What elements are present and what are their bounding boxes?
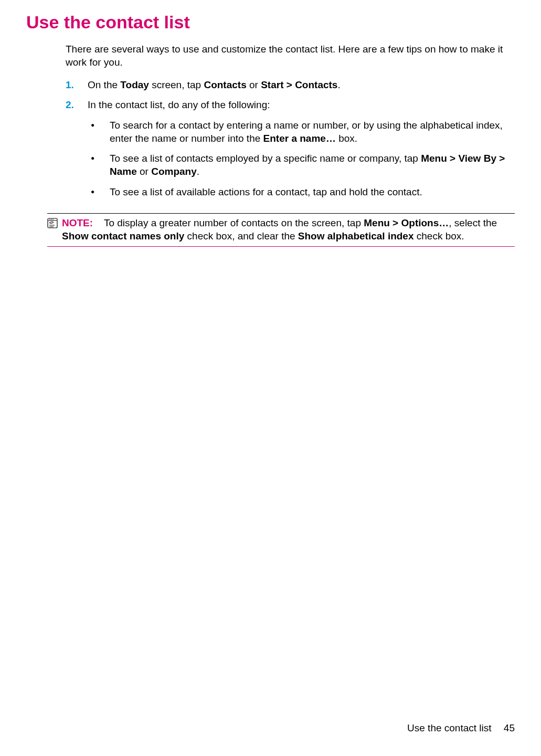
footer-page-number: 45 xyxy=(504,722,515,733)
bullet-marker: ● xyxy=(88,119,110,145)
step-item: 1.On the Today screen, tap Contacts or S… xyxy=(66,79,515,92)
text-run: To see a list of contacts employed by a … xyxy=(110,153,421,164)
text-run: box. xyxy=(336,133,357,144)
bullet-text: To see a list of available actions for a… xyxy=(110,186,515,199)
svg-point-1 xyxy=(49,219,50,220)
note-label: NOTE: xyxy=(62,217,93,228)
note-text: To display a greater number of contacts … xyxy=(62,217,497,242)
step-text: In the contact list, do any of the follo… xyxy=(88,99,515,112)
page-heading: Use the contact list xyxy=(26,10,515,34)
bullet-marker: ● xyxy=(88,152,110,178)
bullet-text: To see a list of contacts employed by a … xyxy=(110,152,515,178)
text-run: In the contact list, do any of the follo… xyxy=(88,99,270,110)
text-run: . xyxy=(197,166,199,177)
svg-point-2 xyxy=(51,219,52,220)
text-run: screen, tap xyxy=(149,79,204,90)
text-run: On the xyxy=(88,79,120,90)
step-marker: 2. xyxy=(66,99,88,206)
intro-paragraph: There are several ways to use and custom… xyxy=(66,43,515,69)
step-body: On the Today screen, tap Contacts or Sta… xyxy=(88,79,515,92)
page-footer: Use the contact list 45 xyxy=(407,722,515,735)
text-run: check box. xyxy=(414,230,464,242)
text-run: To see a list of available actions for a… xyxy=(110,186,422,197)
text-run: To display a greater number of contacts … xyxy=(104,217,364,228)
step-item: 2.In the contact list, do any of the fol… xyxy=(66,99,515,206)
bullet-item: ●To search for a contact by entering a n… xyxy=(88,119,515,145)
svg-point-3 xyxy=(52,219,54,220)
bold-text: Menu > Options… xyxy=(364,217,449,228)
footer-title: Use the contact list xyxy=(407,722,492,733)
note-icon xyxy=(47,217,62,232)
step-body: In the contact list, do any of the follo… xyxy=(88,99,515,206)
bold-text: Show contact names only xyxy=(62,230,184,242)
bold-text: Enter a name… xyxy=(263,133,336,144)
step-text: On the Today screen, tap Contacts or Sta… xyxy=(88,79,515,92)
bullet-item: ●To see a list of available actions for … xyxy=(88,186,515,199)
bullet-text: To search for a contact by entering a na… xyxy=(110,119,515,145)
text-run: or xyxy=(247,79,261,90)
text-run: or xyxy=(137,166,151,177)
ordered-steps-list: 1.On the Today screen, tap Contacts or S… xyxy=(66,79,515,206)
note-block: NOTE: To display a greater number of con… xyxy=(47,213,515,246)
text-run: . xyxy=(337,79,340,90)
bold-text: Start > Contacts xyxy=(261,79,337,90)
step-marker: 1. xyxy=(66,79,88,92)
bullet-list: ●To search for a contact by entering a n… xyxy=(88,119,515,198)
bullet-marker: ● xyxy=(88,186,110,199)
text-run: , select the xyxy=(449,217,497,228)
bullet-item: ●To see a list of contacts employed by a… xyxy=(88,152,515,178)
bold-text: Today xyxy=(120,79,149,90)
bold-text: Show alphabetical index xyxy=(298,230,414,242)
bold-text: Contacts xyxy=(204,79,246,90)
bold-text: Company xyxy=(151,166,197,177)
text-run: check box, and clear the xyxy=(184,230,298,242)
note-content: NOTE: To display a greater number of con… xyxy=(62,217,515,243)
